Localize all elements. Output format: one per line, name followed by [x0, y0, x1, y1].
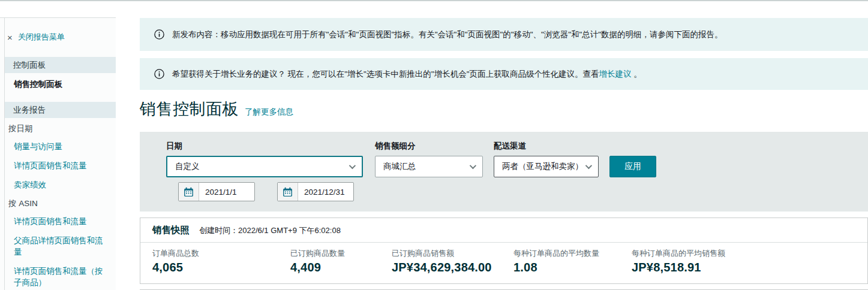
- sidebar-item-detail-page-sales-traffic[interactable]: 详情页面销售和流量: [0, 155, 108, 174]
- metric-label: 每种订单商品的平均数量: [513, 248, 632, 259]
- end-date-input[interactable]: 2021/12/31: [277, 182, 354, 201]
- date-filter-label: 日期: [166, 141, 363, 152]
- chevron-down-icon: [470, 162, 476, 169]
- sales-snapshot-created-at: 创建时间：2022/6/1 GMT+9 下午6:02:08: [199, 225, 341, 236]
- learn-more-link[interactable]: 了解更多信息: [245, 107, 293, 117]
- custom-date-range: 2021/1/1: [178, 182, 868, 201]
- sales-breakdown-label: 销售额细分: [375, 141, 483, 152]
- metric-avg-sales-per-order-item: 每种订单商品的平均销售额 JP¥8,518.91: [632, 248, 725, 274]
- fulfillment-channel-dropdown[interactable]: 两者（亚马逊和卖家）: [494, 156, 599, 177]
- sales-breakdown-dropdown[interactable]: 商城汇总: [375, 156, 483, 177]
- fulfillment-channel-value: 两者（亚马逊和卖家）: [502, 161, 583, 172]
- fulfillment-channel-label: 配送渠道: [494, 141, 599, 152]
- sidebar-item-seller-performance[interactable]: 卖家绩效: [0, 174, 108, 193]
- date-range-value: 自定义: [175, 161, 200, 172]
- sales-snapshot-panel: 销售快照 创建时间：2022/6/1 GMT+9 下午6:02:08 订单商品总…: [140, 218, 868, 284]
- metric-value: JP¥8,518.91: [632, 261, 725, 274]
- metric-value: 4,065: [152, 261, 290, 274]
- sidebar-item-sales-dashboard[interactable]: 销售控制面板: [0, 73, 116, 92]
- metric-units-ordered: 已订购商品数量 4,409: [290, 248, 392, 274]
- main-content: 新发布内容：移动应用数据现在可用于所有"会话"和"页面视图"指标。有关"会话"和…: [116, 1, 868, 290]
- start-date-input[interactable]: 2021/1/1: [178, 182, 255, 201]
- sales-breakdown-value: 商城汇总: [383, 161, 416, 172]
- page-header: 销售控制面板 了解更多信息: [140, 98, 868, 120]
- metric-ordered-product-sales: 已订购商品销售额 JP¥34,629,384.00: [392, 248, 513, 274]
- sidebar-subheader-by-asin: 按 ASIN: [0, 193, 116, 210]
- sidebar-header-business-reports: 业务报告: [5, 102, 116, 118]
- metric-total-order-items: 订单商品总数 4,065: [152, 248, 290, 274]
- sidebar-subheader-by-date: 按日期: [0, 118, 116, 135]
- app-layout: × 关闭报告菜单 控制面板 销售控制面板 业务报告 按日期 销量与访问量 详情页…: [0, 1, 868, 290]
- sidebar-item-sales-traffic[interactable]: 销量与访问量: [0, 135, 108, 155]
- growth-notice-banner: 希望获得关于增长业务的建议？ 现在，您可以在"增长"选项卡中新推出的"增长机会"…: [140, 58, 868, 90]
- filter-panel: 日期 自定义 销售额细分 商城汇总 配送渠道 两者（亚: [140, 132, 868, 212]
- growth-notice-text: 希望获得关于增长业务的建议？ 现在，您可以在"增长"选项卡中新推出的"增长机会"…: [172, 69, 642, 80]
- release-notice-text: 新发布内容：移动应用数据现在可用于所有"会话"和"页面视图"指标。有关"会话"和…: [172, 29, 723, 40]
- metric-value: JP¥34,629,384.00: [392, 261, 513, 274]
- snapshot-metrics-row: 订单商品总数 4,065 已订购商品数量 4,409 已订购商品销售额 JP¥3…: [140, 243, 867, 283]
- info-icon: [154, 29, 164, 40]
- page-title: 销售控制面板: [140, 98, 239, 120]
- metric-label: 已订购商品销售额: [392, 248, 513, 259]
- sales-snapshot-header: 销售快照 创建时间：2022/6/1 GMT+9 下午6:02:08: [140, 218, 867, 243]
- date-range-dropdown[interactable]: 自定义: [166, 156, 363, 177]
- metric-label: 已订购商品数量: [290, 248, 392, 259]
- close-icon: ×: [7, 33, 13, 42]
- metric-value: 1.08: [513, 261, 632, 274]
- chevron-down-icon: [349, 162, 356, 169]
- close-report-menu-label: 关闭报告菜单: [18, 32, 65, 43]
- calendar-icon[interactable]: [278, 183, 298, 201]
- growth-notice-text-after: 。: [631, 70, 641, 78]
- growth-advice-link[interactable]: 增长建议: [599, 70, 631, 78]
- reports-sidebar: × 关闭报告菜单 控制面板 销售控制面板 业务报告 按日期 销量与访问量 详情页…: [0, 17, 116, 290]
- chevron-down-icon: [585, 162, 592, 169]
- sales-snapshot-title: 销售快照: [152, 224, 190, 237]
- metric-value: 4,409: [290, 261, 392, 274]
- end-date-value[interactable]: 2021/12/31: [298, 183, 353, 201]
- sidebar-item-detail-page-sales-traffic-asin[interactable]: 详情页面销售和流量: [0, 210, 108, 229]
- calendar-icon[interactable]: [179, 183, 199, 201]
- growth-notice-text-before: 希望获得关于增长业务的建议？ 现在，您可以在"增长"选项卡中新推出的"增长机会"…: [172, 70, 599, 78]
- sidebar-item-parent-detail-page-sales-traffic[interactable]: 父商品详情页面销售和流量: [0, 229, 108, 260]
- info-icon: [154, 69, 164, 79]
- metric-avg-units-per-order-item: 每种订单商品的平均数量 1.08: [513, 248, 632, 274]
- close-report-menu[interactable]: × 关闭报告菜单: [0, 18, 116, 47]
- start-date-value[interactable]: 2021/1/1: [199, 183, 254, 201]
- apply-button[interactable]: 应用: [609, 156, 656, 177]
- release-notice-banner: 新发布内容：移动应用数据现在可用于所有"会话"和"页面视图"指标。有关"会话"和…: [140, 18, 868, 51]
- metric-label: 每种订单商品的平均销售额: [632, 248, 725, 259]
- sidebar-item-detail-page-sales-traffic-child[interactable]: 详情页面销售和流量（按子商品）: [0, 260, 108, 290]
- sidebar-header-dashboard: 控制面板: [5, 57, 116, 73]
- metric-label: 订单商品总数: [152, 248, 290, 259]
